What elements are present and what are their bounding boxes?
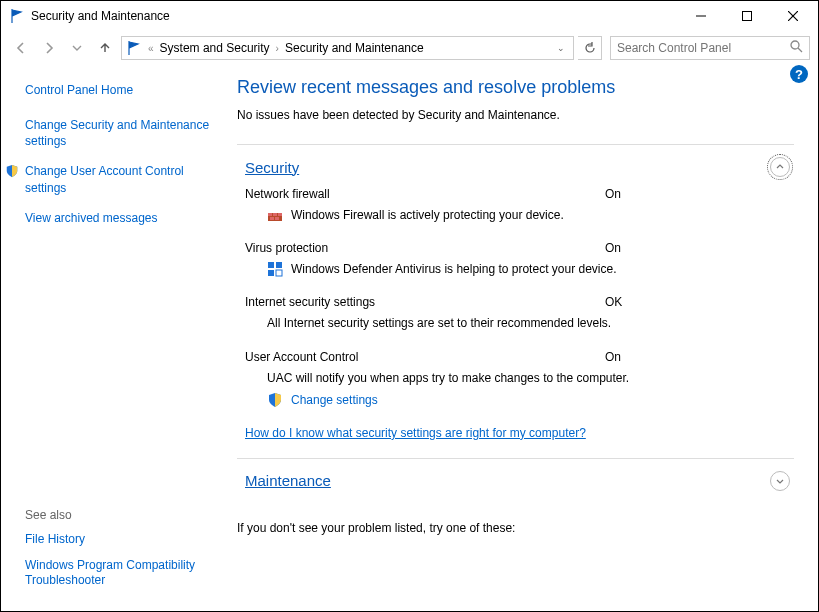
svg-line-5 [798,48,802,52]
item-uac: User Account Control On UAC will notify … [245,350,794,408]
svg-rect-12 [268,262,274,268]
svg-rect-9 [278,213,282,216]
item-desc: UAC will notify you when apps try to mak… [267,370,629,386]
svg-rect-7 [268,213,272,216]
page-subtitle: No issues have been detected by Security… [237,108,794,122]
change-settings-link[interactable]: Change settings [267,392,794,408]
svg-rect-13 [276,262,282,268]
item-status: On [605,241,621,255]
close-button[interactable] [770,1,816,31]
see-also-troubleshooter[interactable]: Windows Program Compatibility Troublesho… [25,558,211,589]
address-dropdown[interactable]: ⌄ [553,43,569,53]
see-also-header: See also [25,508,211,522]
item-desc: Windows Defender Antivirus is helping to… [291,261,617,277]
svg-point-4 [791,41,799,49]
item-desc: Windows Firewall is actively protecting … [291,207,564,223]
navigation-bar: « System and Security › Security and Mai… [1,31,818,65]
breadcrumb-item[interactable]: System and Security [160,41,270,55]
firewall-icon [267,207,283,223]
svg-rect-15 [276,270,282,276]
see-also-file-history[interactable]: File History [25,532,211,548]
item-label: Virus protection [245,241,605,255]
sidebar-link-archived[interactable]: View archived messages [25,210,211,226]
forward-button[interactable] [37,36,61,60]
svg-rect-8 [273,213,277,216]
svg-rect-14 [268,270,274,276]
search-box[interactable] [610,36,810,60]
sidebar-link-change-security[interactable]: Change Security and Maintenance settings [25,117,211,149]
item-label: Internet security settings [245,295,605,309]
item-label: Network firewall [245,187,605,201]
maintenance-heading: Maintenance [245,472,770,489]
shield-icon [267,392,283,408]
back-button[interactable] [9,36,33,60]
sidebar-link-change-uac[interactable]: Change User Account Control settings [25,163,211,195]
page-title: Review recent messages and resolve probl… [237,77,794,98]
control-panel-home-link[interactable]: Control Panel Home [25,83,211,97]
maintenance-header[interactable]: Maintenance [237,459,794,501]
defender-icon [267,261,283,277]
item-label: User Account Control [245,350,605,364]
footer-text: If you don't see your problem listed, tr… [237,521,794,535]
item-status: On [605,187,621,201]
up-button[interactable] [93,36,117,60]
chevron-left-icon: « [146,43,156,54]
item-virus-protection: Virus protection On Windows Defender Ant… [245,241,794,277]
help-icon[interactable]: ? [790,65,808,83]
flag-icon [9,8,25,24]
window-title: Security and Maintenance [31,9,678,23]
security-help-link[interactable]: How do I know what security settings are… [245,426,794,440]
svg-rect-11 [275,217,279,220]
main-content: ? Review recent messages and resolve pro… [223,65,818,611]
security-section: Security Network firewall On Windows Fir… [237,144,794,440]
breadcrumb-item[interactable]: Security and Maintenance [285,41,424,55]
search-input[interactable] [617,41,790,55]
refresh-button[interactable] [578,36,602,60]
maximize-button[interactable] [724,1,770,31]
svg-rect-1 [743,12,752,21]
collapse-icon[interactable] [770,157,790,177]
expand-icon[interactable] [770,471,790,491]
shield-icon [5,164,19,178]
title-bar: Security and Maintenance [1,1,818,31]
svg-rect-10 [270,217,274,220]
item-status: OK [605,295,622,309]
chevron-right-icon: › [274,43,281,54]
security-heading: Security [245,159,770,176]
maintenance-section: Maintenance [237,458,794,501]
recent-dropdown[interactable] [65,36,89,60]
sidebar: Control Panel Home Change Security and M… [1,65,223,611]
search-icon [790,40,803,56]
item-network-firewall: Network firewall On Windows Firewall is … [245,187,794,223]
address-bar[interactable]: « System and Security › Security and Mai… [121,36,574,60]
flag-icon [126,40,142,56]
item-status: On [605,350,621,364]
security-header[interactable]: Security [237,145,794,187]
minimize-button[interactable] [678,1,724,31]
item-desc: All Internet security settings are set t… [267,315,611,331]
item-internet-security: Internet security settings OK All Intern… [245,295,794,331]
